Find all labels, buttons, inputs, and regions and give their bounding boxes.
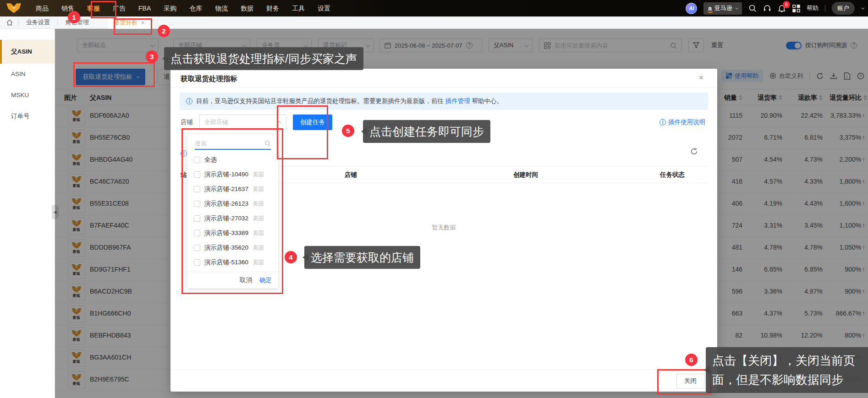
apps-grid-icon[interactable] bbox=[792, 5, 800, 12]
tab-close-icon[interactable]: × bbox=[141, 19, 145, 26]
store-option[interactable]: 全选 bbox=[187, 153, 278, 167]
tab-return-analysis[interactable]: 退货分析 × bbox=[108, 16, 150, 29]
store-dropdown-panel: 全选演示店铺-10490美国演示店铺-21637美国演示店铺-26123美国演示… bbox=[187, 134, 279, 289]
modal-close-icon[interactable]: × bbox=[699, 73, 703, 82]
task-col-shop: 店铺 bbox=[345, 166, 357, 184]
nav-item-设置[interactable]: 设置 bbox=[311, 0, 337, 16]
plugin-manage-link[interactable]: 插件管理 bbox=[445, 98, 470, 104]
sidebar-item-父ASIN[interactable]: 父ASIN bbox=[0, 40, 55, 64]
store-region-label: 美国 bbox=[253, 200, 264, 208]
menu-business-settings[interactable]: 业务设置 bbox=[19, 18, 57, 27]
search-icon[interactable] bbox=[748, 4, 757, 12]
checkbox-unchecked[interactable] bbox=[194, 230, 200, 236]
modal-info-banner: i 目前，亚马逊仅支持美国站且非鞋服类产品的退货处理指标。需要更新插件为最新版，… bbox=[180, 93, 708, 110]
notifications-button[interactable]: 8 bbox=[778, 4, 786, 12]
store-region-label: 美国 bbox=[253, 185, 264, 193]
chevron-up-icon bbox=[277, 120, 281, 125]
modal-header: 获取退货处理指标 × bbox=[170, 69, 717, 88]
annotation-tooltip-6: 点击【关闭】，关闭当前页面，但是不影响数据同步 bbox=[706, 347, 868, 393]
help-link[interactable]: 帮助 bbox=[807, 4, 819, 12]
marketplace-switcher[interactable]: a 亚马逊 bbox=[703, 2, 742, 15]
store-region-label: 美国 bbox=[253, 215, 264, 223]
banner-text: 目前，亚马逊仅支持美国站且非鞋服类产品的退货处理指标。需要更新插件为最新版，前往… bbox=[196, 97, 503, 105]
shop-multiselect[interactable]: 全部店铺 bbox=[199, 114, 286, 130]
store-option-label: 演示店铺-35620 bbox=[204, 244, 248, 252]
nav-item-工具[interactable]: 工具 bbox=[286, 0, 311, 16]
store-region-label: 美国 bbox=[253, 171, 264, 179]
account-chevron-icon[interactable] bbox=[861, 6, 864, 9]
notification-badge: 8 bbox=[783, 1, 790, 8]
shop-select-row: 店铺 全部店铺 创建任务 bbox=[181, 114, 332, 130]
checkbox-unchecked[interactable] bbox=[194, 201, 200, 207]
store-option-label: 演示店铺-21637 bbox=[204, 185, 248, 193]
sidebar-item-订单号[interactable]: 订单号 bbox=[0, 106, 55, 127]
nav-item-客服[interactable]: 客服 bbox=[81, 0, 106, 16]
nav-right-cluster: AI a 亚马逊 8 帮助 账户 bbox=[686, 0, 863, 16]
annotation-tooltip-4: 选择需要获取的店铺 bbox=[304, 246, 420, 269]
checkbox-unchecked[interactable] bbox=[194, 171, 200, 178]
shop-label: 店铺 bbox=[181, 118, 193, 126]
account-menu[interactable]: 账户 bbox=[832, 2, 855, 15]
sidebar-item-MSKU[interactable]: MSKU bbox=[0, 85, 55, 106]
home-icon[interactable] bbox=[6, 19, 13, 26]
store-search-input[interactable] bbox=[195, 140, 264, 147]
nav-item-数据[interactable]: 数据 bbox=[234, 0, 260, 16]
nav-divider bbox=[825, 5, 825, 12]
annotation-step-4: 4 bbox=[285, 251, 297, 263]
tab-label: 退货分析 bbox=[114, 18, 137, 27]
store-option[interactable]: 演示店铺-35620美国 bbox=[187, 240, 278, 255]
amazon-logo-icon: a bbox=[708, 6, 712, 11]
info-icon: i bbox=[186, 98, 192, 104]
checkbox-unchecked[interactable] bbox=[194, 245, 200, 251]
nav-item-FBA[interactable]: FBA bbox=[132, 0, 157, 16]
store-option-label: 演示店铺-26123 bbox=[204, 200, 248, 208]
store-search[interactable] bbox=[195, 138, 271, 150]
tab-bar: 业务设置 角色管理 退货分析 × bbox=[0, 16, 868, 29]
store-options: 全选演示店铺-10490美国演示店铺-21637美国演示店铺-26123美国演示… bbox=[187, 153, 278, 273]
store-region-label: 美国 bbox=[253, 244, 264, 252]
account-label: 账户 bbox=[837, 4, 849, 12]
store-option-label: 演示店铺-10490 bbox=[204, 170, 248, 179]
checkbox-unchecked[interactable] bbox=[194, 215, 200, 222]
checkbox-unchecked[interactable] bbox=[194, 259, 200, 266]
nav-item-商品[interactable]: 商品 bbox=[29, 0, 55, 16]
store-region-label: 美国 bbox=[253, 229, 264, 237]
store-option[interactable]: 演示店铺-26123美国 bbox=[187, 196, 278, 211]
info-icon: i bbox=[181, 150, 187, 157]
store-option[interactable]: 演示店铺-21637美国 bbox=[187, 182, 278, 196]
nav-item-物流[interactable]: 物流 bbox=[209, 0, 234, 16]
nav-item-财务[interactable]: 财务 bbox=[260, 0, 286, 16]
fetch-return-metrics-modal: 获取退货处理指标 × i 目前，亚马逊仅支持美国站且非鞋服类产品的退货处理指标。… bbox=[170, 69, 717, 392]
task-col-created: 创建时间 bbox=[513, 166, 538, 184]
nav-item-采购[interactable]: 采购 bbox=[157, 0, 183, 16]
chevron-down-icon bbox=[735, 6, 738, 9]
annotation-step-5: 5 bbox=[342, 125, 354, 137]
sidebar: 父ASINASINMSKU订单号 bbox=[0, 29, 55, 398]
sidebar-item-ASIN[interactable]: ASIN bbox=[0, 64, 55, 85]
plugin-usage-link[interactable]: i 插件使用说明 bbox=[659, 118, 705, 126]
nav-item-广告[interactable]: 广告 bbox=[106, 0, 132, 16]
store-option[interactable]: 演示店铺-33389美国 bbox=[187, 226, 278, 240]
app-logo-fox-icon[interactable] bbox=[6, 3, 21, 13]
annotation-step-6: 6 bbox=[685, 354, 698, 366]
plugin-usage-label: 插件使用说明 bbox=[668, 118, 705, 126]
top-nav: 商品销售客服广告FBA采购仓库物流数据财务工具设置 AI a 亚马逊 8 帮助 … bbox=[0, 0, 868, 16]
annotation-step-2: 2 bbox=[158, 25, 170, 37]
create-task-button[interactable]: 创建任务 bbox=[293, 114, 332, 130]
store-option[interactable]: 演示店铺-51360美国 bbox=[187, 255, 278, 270]
close-modal-button[interactable]: 关闭 bbox=[676, 374, 704, 388]
modal-title: 获取退货处理指标 bbox=[181, 74, 237, 84]
store-option[interactable]: 演示店铺-10490美国 bbox=[187, 167, 278, 182]
store-option-label: 演示店铺-33389 bbox=[204, 229, 248, 237]
annotation-step-3: 3 bbox=[146, 50, 158, 63]
ai-assistant-button[interactable]: AI bbox=[686, 3, 697, 14]
checkbox-unchecked[interactable] bbox=[194, 186, 200, 192]
headset-support-icon[interactable] bbox=[763, 4, 771, 12]
store-option[interactable]: 演示店铺-27032美国 bbox=[187, 211, 278, 226]
marketplace-label: 亚马逊 bbox=[714, 4, 732, 12]
checkbox-unchecked[interactable] bbox=[194, 157, 200, 163]
cancel-button[interactable]: 取消 bbox=[240, 276, 252, 284]
confirm-button[interactable]: 确定 bbox=[259, 276, 272, 284]
task-list-refresh-icon[interactable] bbox=[690, 147, 698, 155]
nav-item-仓库[interactable]: 仓库 bbox=[183, 0, 209, 16]
